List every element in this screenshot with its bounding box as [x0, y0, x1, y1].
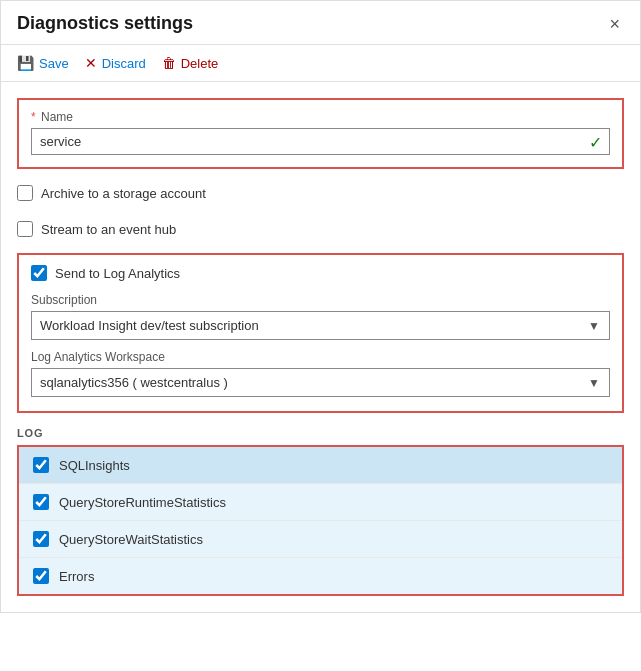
dialog-header: Diagnostics settings ×: [1, 1, 640, 45]
log-row: Errors: [19, 558, 622, 594]
log-checkbox-1[interactable]: [33, 494, 49, 510]
required-star: *: [31, 110, 36, 124]
log-label-0: SQLInsights: [59, 458, 130, 473]
log-analytics-section: Send to Log Analytics Subscription Workl…: [17, 253, 624, 413]
archive-label: Archive to a storage account: [41, 186, 206, 201]
name-section: * Name ✓: [17, 98, 624, 169]
delete-icon: 🗑: [162, 55, 176, 71]
archive-checkbox-row: Archive to a storage account: [17, 181, 624, 205]
workspace-select-wrapper: sqlanalytics356 ( westcentralus ) ▼: [31, 368, 610, 397]
stream-checkbox[interactable]: [17, 221, 33, 237]
diagnostics-dialog: Diagnostics settings × 💾 Save ✕ Discard …: [0, 0, 641, 613]
delete-button[interactable]: 🗑 Delete: [162, 53, 219, 73]
log-label-3: Errors: [59, 569, 94, 584]
discard-label: Discard: [102, 56, 146, 71]
valid-checkmark-icon: ✓: [589, 132, 602, 151]
save-label: Save: [39, 56, 69, 71]
log-label-2: QueryStoreWaitStatistics: [59, 532, 203, 547]
log-row: SQLInsights: [19, 447, 622, 484]
subscription-select[interactable]: Workload Insight dev/test subscription: [31, 311, 610, 340]
workspace-select[interactable]: sqlanalytics356 ( westcentralus ): [31, 368, 610, 397]
log-checkbox-0[interactable]: [33, 457, 49, 473]
toolbar: 💾 Save ✕ Discard 🗑 Delete: [1, 45, 640, 82]
discard-icon: ✕: [85, 55, 97, 71]
log-label-1: QueryStoreRuntimeStatistics: [59, 495, 226, 510]
delete-label: Delete: [181, 56, 219, 71]
stream-checkbox-row: Stream to an event hub: [17, 217, 624, 241]
workspace-label: Log Analytics Workspace: [31, 350, 610, 364]
name-input-wrapper: ✓: [31, 128, 610, 155]
send-log-analytics-label: Send to Log Analytics: [55, 266, 180, 281]
name-field-label: * Name: [31, 110, 610, 124]
archive-checkbox[interactable]: [17, 185, 33, 201]
subscription-select-wrapper: Workload Insight dev/test subscription ▼: [31, 311, 610, 340]
discard-button[interactable]: ✕ Discard: [85, 53, 146, 73]
send-log-analytics-checkbox[interactable]: [31, 265, 47, 281]
save-button[interactable]: 💾 Save: [17, 53, 69, 73]
log-checkbox-3[interactable]: [33, 568, 49, 584]
log-analytics-header: Send to Log Analytics: [31, 265, 610, 281]
save-icon: 💾: [17, 55, 34, 71]
log-section-label: LOG: [17, 427, 624, 439]
log-row: QueryStoreRuntimeStatistics: [19, 484, 622, 521]
subscription-label: Subscription: [31, 293, 610, 307]
log-checkbox-2[interactable]: [33, 531, 49, 547]
name-input[interactable]: [31, 128, 610, 155]
content-area: * Name ✓ Archive to a storage account St…: [1, 82, 640, 612]
stream-label: Stream to an event hub: [41, 222, 176, 237]
dialog-title: Diagnostics settings: [17, 13, 193, 34]
log-row: QueryStoreWaitStatistics: [19, 521, 622, 558]
log-table: SQLInsights QueryStoreRuntimeStatistics …: [17, 445, 624, 596]
close-button[interactable]: ×: [605, 15, 624, 33]
